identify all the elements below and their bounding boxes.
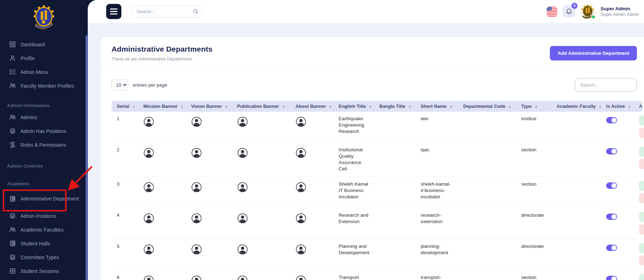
sidebar-item-label: Administrative Department xyxy=(21,196,79,202)
column-header-bangla-title[interactable]: Bangla Title▲▼ xyxy=(374,101,415,112)
cell-short_name: transport-section xyxy=(415,270,458,280)
delete-button[interactable] xyxy=(639,256,644,266)
avatar-placeholder-icon xyxy=(186,239,232,270)
column-header-type[interactable]: Type▲▼ xyxy=(516,101,551,112)
is-active-toggle[interactable] xyxy=(606,117,617,123)
sort-carets-icon[interactable]: ▲▼ xyxy=(282,105,284,109)
column-header-serial[interactable]: Serial▲▼ xyxy=(111,101,138,112)
sidebar-item-label: Student Halls xyxy=(21,241,50,246)
sort-carets-icon[interactable]: ▲▼ xyxy=(628,105,631,109)
entries-per-page-select[interactable]: 10 xyxy=(111,80,128,91)
sidebar-item-label: Student Sessions xyxy=(21,268,59,274)
table-row: 4Research and Extensionresearch-extensti… xyxy=(111,208,642,239)
sort-carets-icon[interactable]: ▲▼ xyxy=(508,105,511,109)
sort-carets-icon[interactable]: ▲▼ xyxy=(329,105,332,109)
cell-english_title: Earthquake Engineering Research xyxy=(333,112,374,142)
cell-english_title: Planning and Developement xyxy=(333,239,374,270)
sidebar-item-administrative-department[interactable]: Administrative Department xyxy=(0,188,88,209)
delete-button[interactable] xyxy=(639,224,644,234)
column-header-short-name[interactable]: Short Name▲▼ xyxy=(415,101,458,112)
cell-academic_faculty xyxy=(551,142,601,177)
cell-actions xyxy=(634,270,642,280)
column-header-is-active[interactable]: Is Active▲▼ xyxy=(601,101,634,112)
column-header-english-title[interactable]: English Title▲▼ xyxy=(333,101,374,112)
edit-button[interactable] xyxy=(639,243,644,253)
user-role: Super Admin, Admin xyxy=(600,12,639,17)
page-title: Administrative Departments xyxy=(111,45,212,53)
column-header-action: Action xyxy=(634,101,642,112)
sidebar-item-student-halls[interactable]: Student Halls xyxy=(0,237,88,250)
is-active-toggle[interactable] xyxy=(606,276,617,280)
column-header-academic-faculty[interactable]: Academic Faculty▲▼ xyxy=(551,101,601,112)
avatar-placeholder-icon xyxy=(290,208,333,239)
sidebar-item-admins[interactable]: Admins xyxy=(0,110,88,124)
cell-actions xyxy=(634,239,642,270)
cell-is-active xyxy=(601,142,634,177)
cell-is-active xyxy=(601,270,634,280)
cell-type: institue xyxy=(516,112,551,142)
edit-button[interactable] xyxy=(639,116,644,126)
sidebar-item-student-sessions[interactable]: Student Sessions xyxy=(0,264,88,278)
column-header-departmental-code[interactable]: Departmental Code▲▼ xyxy=(458,101,516,112)
cell-english_title: Research and Extension xyxy=(333,208,374,239)
sort-carets-icon[interactable]: ▲▼ xyxy=(369,105,372,109)
edit-button[interactable] xyxy=(639,181,644,191)
edit-button[interactable] xyxy=(639,212,644,222)
column-header-vision-banner[interactable]: Vision Banner▲▼ xyxy=(186,101,232,112)
topbar-right-cluster: 0 xyxy=(547,4,639,19)
sort-carets-icon[interactable]: ▲▼ xyxy=(535,105,537,109)
avatar-placeholder-icon xyxy=(290,177,333,208)
is-active-toggle[interactable] xyxy=(606,148,617,154)
sort-carets-icon[interactable]: ▲▼ xyxy=(450,105,452,109)
sidebar-item-label: Roles & Permissions xyxy=(21,142,66,148)
sidebar-item-admin-positions[interactable]: Admin Positions xyxy=(0,209,88,223)
sidebar-item-profile[interactable]: Profile xyxy=(0,51,88,65)
sidebar-item-committee-types[interactable]: Committee Types xyxy=(0,250,88,264)
cell-academic_faculty xyxy=(551,239,601,270)
global-search-input[interactable] xyxy=(131,5,202,18)
sidebar-item-dashboard[interactable]: Dashboard xyxy=(0,37,88,51)
column-header-mission-banner[interactable]: Mission Banner▲▼ xyxy=(138,101,186,112)
delete-button[interactable] xyxy=(639,159,644,169)
window-grid-icon xyxy=(9,268,16,274)
main-area: 0 xyxy=(88,0,644,280)
cell-type: section xyxy=(516,177,551,208)
user-meta: Super Admin Super Admin, Admin xyxy=(600,6,639,17)
sort-carets-icon[interactable]: ▲▼ xyxy=(599,105,601,109)
sort-carets-icon[interactable]: ▲▼ xyxy=(132,105,135,109)
is-active-toggle[interactable] xyxy=(606,214,617,220)
notifications-button[interactable]: 0 xyxy=(563,5,575,18)
cell-serial: 1 xyxy=(111,112,138,142)
column-header-publication-banner[interactable]: Publication Banner▲▼ xyxy=(232,101,290,112)
avatar-placeholder-icon xyxy=(232,208,290,239)
delete-button[interactable] xyxy=(639,193,644,203)
avatar-placeholder-icon xyxy=(232,112,290,142)
is-active-toggle[interactable] xyxy=(606,182,617,189)
sidebar-item-admin-menu[interactable]: Admin Menu xyxy=(0,65,88,79)
avatar-placeholder-icon xyxy=(138,270,186,280)
sidebar-item-academic-faculties[interactable]: Academic Faculties xyxy=(0,223,88,237)
add-administrative-department-button[interactable]: Add Administrative Department xyxy=(550,46,637,60)
is-active-toggle[interactable] xyxy=(606,245,617,251)
user-avatar[interactable] xyxy=(580,4,595,19)
sort-carets-icon[interactable]: ▲▼ xyxy=(408,105,411,109)
sidebar-item-faculty-member-profiles[interactable]: Faculty Member Profiles xyxy=(0,79,88,93)
users-icon xyxy=(9,82,16,89)
table-row: 5Planning and Developementplanning-devel… xyxy=(111,239,642,270)
table-search-input[interactable] xyxy=(575,78,637,92)
delete-button[interactable] xyxy=(639,128,644,138)
hamburger-menu-button[interactable] xyxy=(106,4,121,19)
sidebar-item-admin-has-positions[interactable]: Admin Has Positions xyxy=(0,124,88,138)
sort-carets-icon[interactable]: ▲▼ xyxy=(181,105,183,109)
sidebar-scrollbar[interactable] xyxy=(86,35,87,280)
table-controls: 10 entries per page xyxy=(101,69,644,101)
edit-button[interactable] xyxy=(639,274,644,280)
sidebar-item-label: Profile xyxy=(21,56,35,61)
edit-button[interactable] xyxy=(639,147,644,157)
sidebar-item-roles-permissions[interactable]: Roles & Permissions xyxy=(0,138,88,152)
page-subtitle: These all are Administrative Departments xyxy=(111,57,212,62)
cell-short_name: iqac xyxy=(415,142,458,177)
language-us-flag-icon[interactable] xyxy=(547,7,557,17)
column-header-about-banner[interactable]: About Banner▲▼ xyxy=(290,101,333,112)
sort-carets-icon[interactable]: ▲▼ xyxy=(225,105,228,109)
